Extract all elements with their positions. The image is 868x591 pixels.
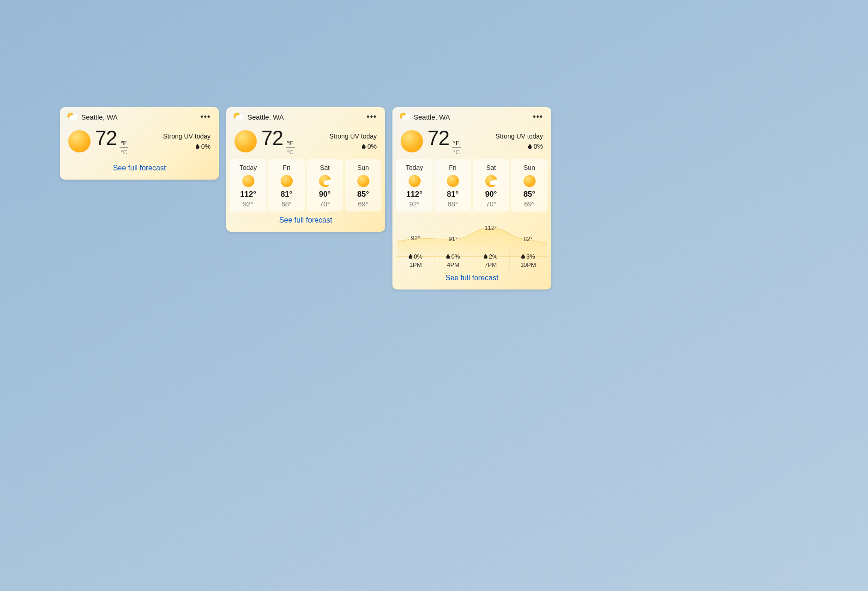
forecast-day-low: 68° <box>435 200 470 208</box>
more-options-button[interactable]: ••• <box>531 113 545 121</box>
forecast-day-low: 69° <box>512 200 547 208</box>
forecast-day-2[interactable]: Sat 90° 70° <box>473 159 509 211</box>
forecast-day-0[interactable]: Today 112° 92° <box>396 159 433 211</box>
forecast-day-2[interactable]: Sat 90° 70° <box>307 159 343 211</box>
weather-tagline: Strong UV today <box>329 133 377 140</box>
hour-precip: 0% <box>446 253 460 260</box>
forecast-hour-0[interactable]: 92° 0% 1PM <box>397 252 434 269</box>
sun-icon <box>524 175 536 187</box>
forecast-hour-2[interactable]: 112° 2% 7PM <box>472 252 510 269</box>
hour-time: 10PM <box>510 261 547 268</box>
current-temperature: 72 <box>428 127 449 149</box>
sun-cloud-icon <box>319 175 331 187</box>
sun-icon <box>242 175 254 187</box>
sun-icon <box>401 130 423 152</box>
unit-celsius[interactable]: °C <box>452 148 461 156</box>
drop-icon <box>528 144 532 149</box>
hour-temperature: 92° <box>397 235 434 241</box>
forecast-day-label: Sun <box>346 164 380 171</box>
current-temperature: 72 <box>95 127 117 149</box>
forecast-day-high: 90° <box>474 190 508 199</box>
unit-fahrenheit[interactable]: °F <box>452 139 461 148</box>
forecast-day-3[interactable]: Sun 85° 69° <box>345 159 381 211</box>
drop-icon <box>446 254 450 259</box>
hour-precip: 0% <box>409 253 422 260</box>
weather-widget-small[interactable]: Seattle, WA ••• 72 °F °C Strong UV today… <box>60 107 219 180</box>
see-full-forecast-link[interactable]: See full forecast <box>392 269 551 289</box>
hour-time: 7PM <box>472 261 509 268</box>
hour-time: 4PM <box>434 261 471 268</box>
hour-precip: 2% <box>484 253 498 260</box>
unit-toggle[interactable]: °F °C <box>452 139 461 156</box>
sun-icon <box>68 130 90 152</box>
precip-chance: 0% <box>368 143 377 150</box>
forecast-day-high: 81° <box>435 190 470 199</box>
sun-icon <box>409 175 421 187</box>
weather-tagline: Strong UV today <box>495 133 543 140</box>
weather-tagline: Strong UV today <box>163 133 211 140</box>
forecast-day-low: 69° <box>346 200 380 208</box>
unit-fahrenheit[interactable]: °F <box>120 139 128 148</box>
weather-widget-medium[interactable]: Seattle, WA ••• 72 °F °C Strong UV today… <box>226 107 385 232</box>
forecast-day-high: 85° <box>512 190 547 199</box>
sun-icon <box>447 175 459 187</box>
unit-celsius[interactable]: °C <box>120 148 128 156</box>
unit-fahrenheit[interactable]: °F <box>286 139 295 148</box>
weather-app-icon <box>66 112 77 122</box>
forecast-day-low: 70° <box>474 200 508 208</box>
daily-forecast: Today 112° 92° Fri 81° 68° Sat 90° 70° S… <box>392 159 551 211</box>
hour-precip: 3% <box>521 253 535 260</box>
hour-temperature: 91° <box>434 235 471 242</box>
unit-celsius[interactable]: °C <box>286 148 295 156</box>
forecast-day-label: Fri <box>269 164 304 171</box>
forecast-day-label: Today <box>397 164 432 171</box>
hour-temperature: 112° <box>472 224 509 231</box>
forecast-day-high: 81° <box>269 190 304 199</box>
more-options-button[interactable]: ••• <box>199 113 212 121</box>
forecast-day-high: 112° <box>231 190 265 199</box>
forecast-day-low: 70° <box>307 200 342 208</box>
weather-widget-large[interactable]: Seattle, WA ••• 72 °F °C Strong UV today… <box>392 107 551 289</box>
precip-chance: 0% <box>534 143 543 150</box>
drop-icon <box>362 144 366 149</box>
forecast-hour-1[interactable]: 91° 0% 4PM <box>434 252 472 269</box>
sun-icon <box>235 130 257 152</box>
forecast-day-label: Fri <box>435 164 470 171</box>
forecast-day-0[interactable]: Today 112° 92° <box>230 159 266 211</box>
forecast-day-label: Sun <box>512 164 547 171</box>
location-label: Seattle, WA <box>81 113 194 121</box>
forecast-day-low: 92° <box>231 200 265 208</box>
drop-icon <box>484 254 488 259</box>
forecast-day-label: Sat <box>474 164 508 171</box>
forecast-day-low: 92° <box>397 200 432 208</box>
forecast-day-high: 85° <box>346 190 380 199</box>
drop-icon <box>521 254 525 259</box>
current-temperature: 72 <box>261 127 283 149</box>
drop-icon <box>196 144 199 149</box>
more-options-button[interactable]: ••• <box>365 113 379 121</box>
forecast-day-high: 112° <box>397 190 432 199</box>
daily-forecast: Today 112° 92° Fri 81° 68° Sat 90° 70° S… <box>226 159 385 211</box>
forecast-day-low: 68° <box>269 200 304 208</box>
weather-app-icon <box>399 112 409 122</box>
forecast-day-label: Today <box>231 164 265 171</box>
forecast-hour-3[interactable]: 82° 3% 10PM <box>510 252 547 269</box>
sun-icon <box>357 175 369 187</box>
see-full-forecast-link[interactable]: See full forecast <box>226 211 385 232</box>
sun-cloud-icon <box>485 175 497 187</box>
weather-app-icon <box>233 112 243 122</box>
drop-icon <box>409 254 412 259</box>
see-full-forecast-link[interactable]: See full forecast <box>60 159 219 180</box>
hour-time: 1PM <box>397 261 434 268</box>
forecast-day-1[interactable]: Fri 81° 68° <box>434 159 471 211</box>
unit-toggle[interactable]: °F °C <box>120 139 128 156</box>
precip-chance: 0% <box>201 143 211 150</box>
unit-toggle[interactable]: °F °C <box>286 139 295 156</box>
forecast-day-3[interactable]: Sun 85° 69° <box>511 159 548 211</box>
forecast-day-1[interactable]: Fri 81° 68° <box>268 159 305 211</box>
hourly-forecast: 92° 0% 1PM 91° 0% 4PM 112° 2% 7PM 82° 3%… <box>397 220 547 269</box>
forecast-day-label: Sat <box>307 164 342 171</box>
hour-temperature: 82° <box>510 235 547 242</box>
location-label: Seattle, WA <box>414 113 526 121</box>
forecast-day-high: 90° <box>307 190 342 199</box>
